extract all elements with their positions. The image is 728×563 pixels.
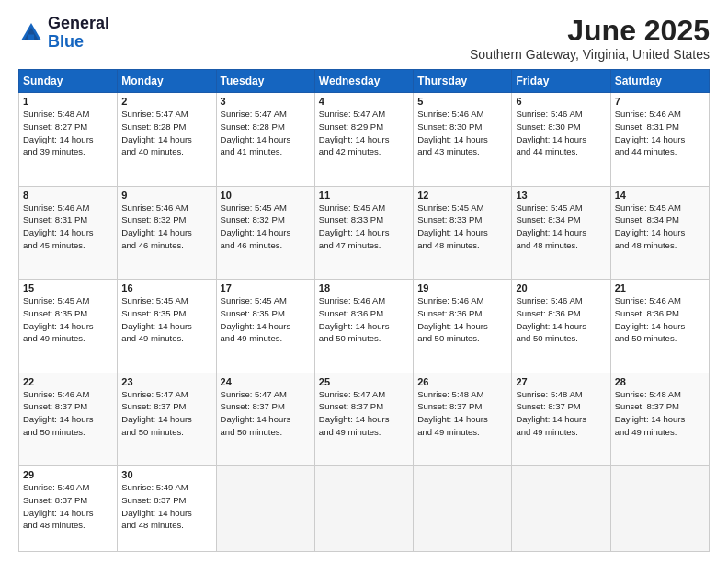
calendar-cell: 22Sunrise: 5:46 AM Sunset: 8:37 PM Dayli…: [19, 373, 118, 465]
title-block: June 2025 Southern Gateway, Virginia, Un…: [470, 15, 710, 62]
day-info: Sunrise: 5:46 AM Sunset: 8:37 PM Dayligh…: [23, 388, 113, 439]
col-header-friday: Friday: [512, 70, 610, 93]
logo: General Blue: [18, 15, 109, 52]
day-info: Sunrise: 5:49 AM Sunset: 8:37 PM Dayligh…: [23, 481, 113, 532]
day-number: 12: [417, 190, 507, 201]
col-header-monday: Monday: [118, 70, 216, 93]
day-info: Sunrise: 5:45 AM Sunset: 8:32 PM Dayligh…: [221, 201, 311, 252]
day-info: Sunrise: 5:45 AM Sunset: 8:35 PM Dayligh…: [121, 294, 211, 345]
calendar-cell: 3Sunrise: 5:47 AM Sunset: 8:28 PM Daylig…: [216, 93, 314, 186]
main-title: June 2025: [470, 15, 710, 47]
day-number: 4: [319, 96, 409, 107]
day-number: 21: [615, 282, 705, 293]
day-number: 8: [23, 190, 113, 201]
day-number: 3: [221, 96, 311, 107]
day-info: Sunrise: 5:45 AM Sunset: 8:34 PM Dayligh…: [516, 201, 606, 252]
day-info: Sunrise: 5:47 AM Sunset: 8:37 PM Dayligh…: [319, 388, 409, 439]
calendar-cell: 12Sunrise: 5:45 AM Sunset: 8:33 PM Dayli…: [414, 186, 512, 279]
day-info: Sunrise: 5:47 AM Sunset: 8:28 PM Dayligh…: [121, 108, 211, 158]
day-info: Sunrise: 5:45 AM Sunset: 8:34 PM Dayligh…: [615, 201, 705, 252]
col-header-tuesday: Tuesday: [216, 70, 314, 93]
day-info: Sunrise: 5:48 AM Sunset: 8:27 PM Dayligh…: [23, 108, 113, 158]
day-info: Sunrise: 5:46 AM Sunset: 8:31 PM Dayligh…: [23, 201, 113, 252]
day-number: 27: [516, 376, 606, 387]
day-info: Sunrise: 5:45 AM Sunset: 8:35 PM Dayligh…: [23, 294, 113, 345]
day-info: Sunrise: 5:45 AM Sunset: 8:33 PM Dayligh…: [319, 201, 409, 252]
calendar-cell: 23Sunrise: 5:47 AM Sunset: 8:37 PM Dayli…: [118, 373, 216, 465]
day-info: Sunrise: 5:46 AM Sunset: 8:31 PM Dayligh…: [615, 108, 705, 158]
day-number: 29: [23, 469, 113, 480]
calendar-cell: 15Sunrise: 5:45 AM Sunset: 8:35 PM Dayli…: [19, 280, 118, 373]
calendar-cell: [414, 466, 512, 552]
calendar-cell: 1Sunrise: 5:48 AM Sunset: 8:27 PM Daylig…: [19, 93, 118, 186]
logo-icon: [18, 20, 44, 46]
day-info: Sunrise: 5:46 AM Sunset: 8:36 PM Dayligh…: [615, 294, 705, 345]
calendar-cell: 27Sunrise: 5:48 AM Sunset: 8:37 PM Dayli…: [512, 373, 610, 465]
day-info: Sunrise: 5:45 AM Sunset: 8:33 PM Dayligh…: [417, 201, 507, 252]
calendar-cell: [610, 466, 709, 552]
calendar-cell: [216, 466, 314, 552]
calendar-cell: 19Sunrise: 5:46 AM Sunset: 8:36 PM Dayli…: [414, 280, 512, 373]
logo-text: General Blue: [48, 15, 109, 52]
day-number: 1: [23, 96, 113, 107]
day-number: 15: [23, 282, 113, 293]
day-number: 19: [417, 282, 507, 293]
day-info: Sunrise: 5:48 AM Sunset: 8:37 PM Dayligh…: [516, 388, 606, 439]
calendar-table: SundayMondayTuesdayWednesdayThursdayFrid…: [18, 69, 710, 552]
calendar-cell: 29Sunrise: 5:49 AM Sunset: 8:37 PM Dayli…: [19, 466, 118, 552]
day-number: 13: [516, 190, 606, 201]
day-info: Sunrise: 5:47 AM Sunset: 8:37 PM Dayligh…: [221, 388, 311, 439]
calendar-cell: 16Sunrise: 5:45 AM Sunset: 8:35 PM Dayli…: [118, 280, 216, 373]
day-number: 14: [615, 190, 705, 201]
day-number: 6: [516, 96, 606, 107]
calendar-cell: 10Sunrise: 5:45 AM Sunset: 8:32 PM Dayli…: [216, 186, 314, 279]
day-number: 26: [417, 376, 507, 387]
calendar-cell: 2Sunrise: 5:47 AM Sunset: 8:28 PM Daylig…: [118, 93, 216, 186]
col-header-saturday: Saturday: [610, 70, 709, 93]
col-header-thursday: Thursday: [414, 70, 512, 93]
day-info: Sunrise: 5:48 AM Sunset: 8:37 PM Dayligh…: [615, 388, 705, 439]
day-number: 10: [221, 190, 311, 201]
day-info: Sunrise: 5:46 AM Sunset: 8:30 PM Dayligh…: [516, 108, 606, 158]
calendar-cell: 21Sunrise: 5:46 AM Sunset: 8:36 PM Dayli…: [610, 280, 709, 373]
calendar-cell: 18Sunrise: 5:46 AM Sunset: 8:36 PM Dayli…: [314, 280, 413, 373]
day-number: 18: [319, 282, 409, 293]
calendar-cell: 9Sunrise: 5:46 AM Sunset: 8:32 PM Daylig…: [118, 186, 216, 279]
day-info: Sunrise: 5:46 AM Sunset: 8:36 PM Dayligh…: [417, 294, 507, 345]
day-info: Sunrise: 5:47 AM Sunset: 8:37 PM Dayligh…: [121, 388, 211, 439]
calendar-cell: 4Sunrise: 5:47 AM Sunset: 8:29 PM Daylig…: [314, 93, 413, 186]
page: General Blue June 2025 Southern Gateway,…: [0, 0, 728, 563]
day-number: 25: [319, 376, 409, 387]
svg-rect-2: [28, 34, 34, 40]
calendar-cell: 30Sunrise: 5:49 AM Sunset: 8:37 PM Dayli…: [118, 466, 216, 552]
calendar-cell: 5Sunrise: 5:46 AM Sunset: 8:30 PM Daylig…: [414, 93, 512, 186]
day-number: 16: [121, 282, 211, 293]
calendar-cell: 13Sunrise: 5:45 AM Sunset: 8:34 PM Dayli…: [512, 186, 610, 279]
day-info: Sunrise: 5:46 AM Sunset: 8:36 PM Dayligh…: [516, 294, 606, 345]
day-info: Sunrise: 5:47 AM Sunset: 8:29 PM Dayligh…: [319, 108, 409, 158]
day-number: 20: [516, 282, 606, 293]
calendar-cell: 6Sunrise: 5:46 AM Sunset: 8:30 PM Daylig…: [512, 93, 610, 186]
subtitle: Southern Gateway, Virginia, United State…: [470, 47, 710, 62]
col-header-wednesday: Wednesday: [314, 70, 413, 93]
day-number: 24: [221, 376, 311, 387]
day-number: 7: [615, 96, 705, 107]
day-info: Sunrise: 5:46 AM Sunset: 8:32 PM Dayligh…: [121, 201, 211, 252]
day-info: Sunrise: 5:48 AM Sunset: 8:37 PM Dayligh…: [417, 388, 507, 439]
day-info: Sunrise: 5:45 AM Sunset: 8:35 PM Dayligh…: [221, 294, 311, 345]
day-number: 30: [121, 469, 211, 480]
calendar-cell: 14Sunrise: 5:45 AM Sunset: 8:34 PM Dayli…: [610, 186, 709, 279]
header: General Blue June 2025 Southern Gateway,…: [18, 15, 710, 62]
day-number: 22: [23, 376, 113, 387]
calendar-cell: [512, 466, 610, 552]
calendar-cell: 28Sunrise: 5:48 AM Sunset: 8:37 PM Dayli…: [610, 373, 709, 465]
calendar-cell: 17Sunrise: 5:45 AM Sunset: 8:35 PM Dayli…: [216, 280, 314, 373]
calendar-cell: 26Sunrise: 5:48 AM Sunset: 8:37 PM Dayli…: [414, 373, 512, 465]
calendar-cell: 7Sunrise: 5:46 AM Sunset: 8:31 PM Daylig…: [610, 93, 709, 186]
calendar-cell: [314, 466, 413, 552]
day-number: 2: [121, 96, 211, 107]
calendar-cell: 25Sunrise: 5:47 AM Sunset: 8:37 PM Dayli…: [314, 373, 413, 465]
day-info: Sunrise: 5:46 AM Sunset: 8:36 PM Dayligh…: [319, 294, 409, 345]
day-number: 5: [417, 96, 507, 107]
day-info: Sunrise: 5:47 AM Sunset: 8:28 PM Dayligh…: [221, 108, 311, 158]
